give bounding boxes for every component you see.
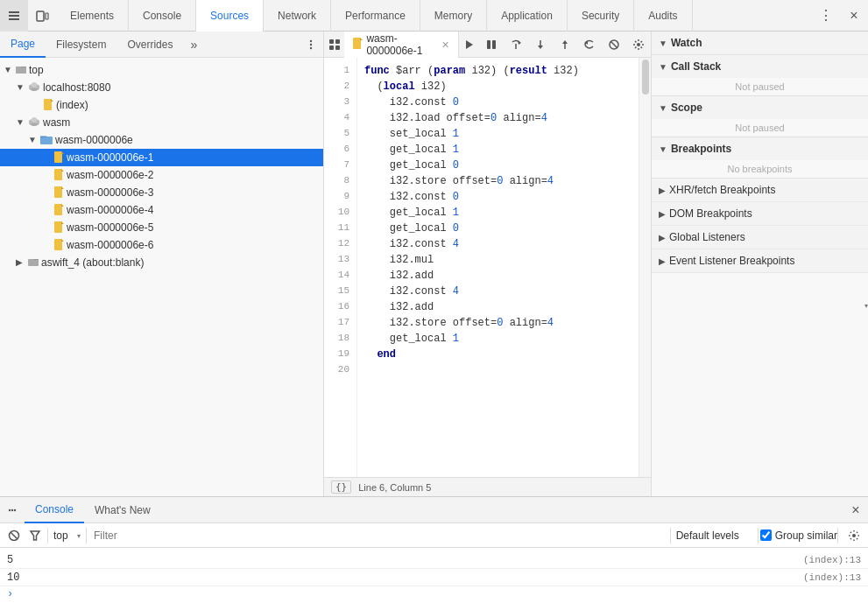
tree-item-wasm-folder[interactable]: ▼ wasm-0000006e <box>0 131 323 149</box>
console-separator-3 <box>670 528 671 543</box>
bottom-close-btn[interactable]: × <box>843 497 868 523</box>
tab-security[interactable]: Security <box>568 0 634 32</box>
cursor-position: Line 6, Column 5 <box>358 482 431 493</box>
code-line-11: get_local 0 <box>364 222 632 238</box>
scroll-thumb <box>642 60 649 95</box>
tree-item-wasm-4[interactable]: ▶ wasm-0000006e-4 <box>0 201 323 219</box>
code-line-4: i32.load offset=0 align=4 <box>364 112 632 128</box>
tree-item-wasm[interactable]: ▼ wasm <box>0 114 323 131</box>
svg-rect-24 <box>54 239 62 250</box>
tree-item-index[interactable]: ▶ (index) <box>0 96 323 114</box>
code-line-14: i32.add <box>364 270 632 285</box>
tab-performance[interactable]: Performance <box>331 0 420 32</box>
run-forward-btn[interactable] <box>459 32 479 58</box>
tab-sources[interactable]: Sources <box>196 0 264 32</box>
console-filter-btn[interactable] <box>25 525 46 546</box>
step-out-btn[interactable] <box>553 32 577 58</box>
console-link-2[interactable]: (index):13 <box>803 572 861 583</box>
tree-item-aswift[interactable]: ▶ aswift_4 (about:blank) <box>0 254 323 271</box>
tab-memory[interactable]: Memory <box>420 0 487 32</box>
file-tab-close-btn[interactable]: × <box>441 38 448 52</box>
svg-marker-34 <box>518 40 521 45</box>
file-icon-index <box>44 99 53 112</box>
console-input[interactable] <box>17 588 861 600</box>
deactivate-btn[interactable] <box>602 32 626 58</box>
format-btn[interactable]: {} <box>331 480 351 494</box>
more-tools-btn[interactable]: ⋮ <box>812 0 840 32</box>
svg-rect-21 <box>54 186 62 198</box>
code-editor[interactable]: 1 2 3 4 5 6 7 8 9 10 11 12 13 14 15 16 1… <box>324 58 651 477</box>
breakpoints-header[interactable]: ▼ Breakpoints <box>652 137 868 160</box>
code-line-7: get_local 0 <box>364 159 632 175</box>
dom-breakpoints-header[interactable]: ▶ DOM Breakpoints <box>652 202 868 226</box>
scope-header[interactable]: ▼ Scope <box>652 96 868 119</box>
console-menu-btn[interactable] <box>0 497 25 523</box>
console-settings-btn[interactable] <box>843 525 864 546</box>
code-line-19: end <box>364 348 632 364</box>
sub-tab-menu-btn[interactable] <box>299 32 323 58</box>
sub-tab-page[interactable]: Page <box>0 32 46 58</box>
event-arrow-icon: ▶ <box>659 256 666 266</box>
console-toolbar: top ▾ Default levels ▾ Group similar <box>0 523 868 548</box>
call-stack-status: Not paused <box>652 78 868 95</box>
group-similar-checkbox[interactable] <box>760 529 772 541</box>
tree-item-wasm-2[interactable]: ▶ wasm-0000006e-2 <box>0 166 323 184</box>
global-listeners-header[interactable]: ▶ Global Listeners <box>652 226 868 249</box>
svg-point-7 <box>310 46 312 48</box>
step-into-btn[interactable] <box>528 32 553 58</box>
step-back-btn[interactable] <box>577 32 602 58</box>
triangle-down-icon-4: ▼ <box>28 135 39 145</box>
device-toolbar-btn[interactable] <box>28 0 56 32</box>
console-levels-select[interactable]: Default levels <box>676 529 752 542</box>
breakpoints-arrow-icon: ▼ <box>659 144 667 154</box>
settings-btn[interactable] <box>626 32 651 58</box>
devtools-close-btn[interactable]: × <box>840 0 868 32</box>
sub-tab-filesystem[interactable]: Filesystem <box>46 32 116 58</box>
xhr-breakpoints-header[interactable]: ▶ XHR/fetch Breakpoints <box>652 179 868 202</box>
tree-item-wasm-5[interactable]: ▶ wasm-0000006e-5 <box>0 219 323 236</box>
svg-rect-3 <box>37 11 44 21</box>
active-file-tab[interactable]: wasm-0000006e-1 × <box>344 32 458 58</box>
right-panel: ▼ Watch ▼ Call Stack Not paused ▼ Scope … <box>651 32 868 496</box>
step-over-btn[interactable] <box>504 32 528 58</box>
triangle-down-icon: ▼ <box>4 65 14 75</box>
devtools-menu-btn[interactable] <box>0 0 28 32</box>
svg-rect-28 <box>329 46 334 50</box>
tree-item-localhost[interactable]: ▼ localhost:8080 <box>0 79 323 96</box>
console-clear-btn[interactable] <box>4 525 25 546</box>
file-tab-icon <box>353 38 363 51</box>
call-stack-header[interactable]: ▼ Call Stack <box>652 55 868 78</box>
svg-rect-19 <box>54 151 62 163</box>
pause-btn[interactable] <box>479 32 504 58</box>
watch-header[interactable]: ▼ Watch <box>652 32 868 54</box>
debug-controls <box>479 32 651 58</box>
tab-nav-left-btn[interactable] <box>324 32 344 58</box>
file-icon-wasm6 <box>54 239 64 252</box>
svg-point-12 <box>32 82 37 88</box>
tab-console[interactable]: Console <box>129 0 196 32</box>
tree-item-wasm-1[interactable]: ▶ wasm-0000006e-1 <box>0 149 323 166</box>
code-line-2: (local i32) <box>364 81 632 96</box>
tab-audits[interactable]: Audits <box>634 0 692 32</box>
console-filter-input[interactable] <box>88 528 668 543</box>
status-bar: {} Line 6, Column 5 <box>324 477 651 496</box>
bottom-tab-whats-new[interactable]: What's New <box>84 497 161 523</box>
tab-application[interactable]: Application <box>487 0 568 32</box>
tree-item-wasm-3[interactable]: ▶ wasm-0000006e-3 <box>0 184 323 201</box>
file-icon-wasm4 <box>54 204 64 217</box>
console-value-1: 5 <box>7 554 13 566</box>
console-row-1: 5 (index):13 <box>0 551 868 569</box>
console-link-1[interactable]: (index):13 <box>803 555 861 565</box>
xhr-arrow-icon: ▶ <box>659 186 666 195</box>
console-context-select[interactable]: top <box>53 529 81 542</box>
tree-item-top[interactable]: ▼ top <box>0 61 323 79</box>
event-listener-header[interactable]: ▶ Event Listener Breakpoints <box>652 249 868 273</box>
tab-network[interactable]: Network <box>264 0 331 32</box>
code-scrollbar[interactable] <box>639 58 651 477</box>
code-lines[interactable]: func $arr (param i32) (result i32) (loca… <box>357 58 639 477</box>
tree-item-wasm-6[interactable]: ▶ wasm-0000006e-6 <box>0 236 323 254</box>
sub-tab-overrides[interactable]: Overrides <box>116 32 183 58</box>
sub-tab-more-btn[interactable]: » <box>185 38 202 52</box>
tab-elements[interactable]: Elements <box>56 0 129 32</box>
bottom-tab-console[interactable]: Console <box>25 497 84 523</box>
